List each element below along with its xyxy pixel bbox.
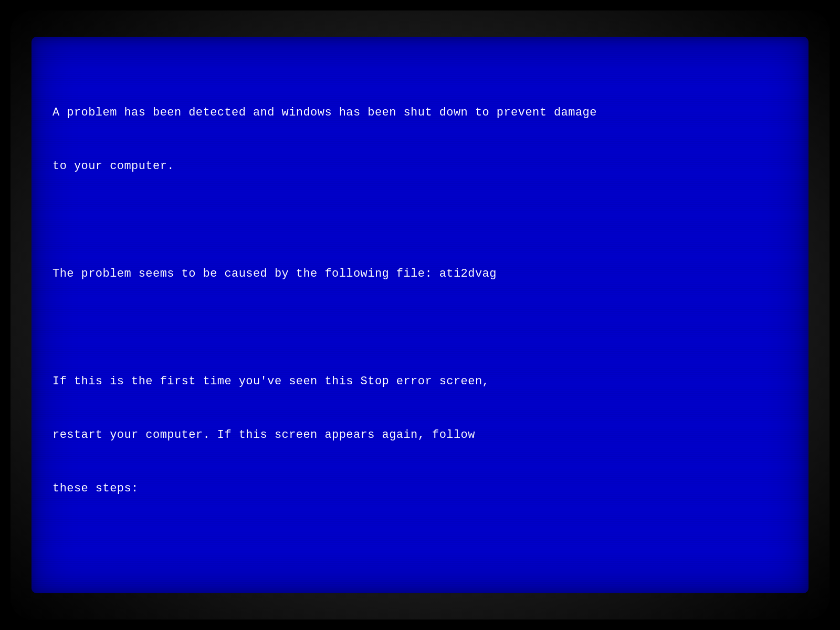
- bsod-line-1: A problem has been detected and windows …: [52, 104, 788, 122]
- bsod-line-2: to your computer.: [52, 158, 788, 175]
- bsod-line-6: these steps:: [52, 480, 788, 498]
- bsod-spacer-1: [52, 212, 788, 229]
- bsod-line-4: If this is the first time you've seen th…: [52, 373, 788, 391]
- bsod-content: A problem has been detected and windows …: [52, 68, 788, 572]
- bsod-spacer-3: [52, 533, 788, 551]
- bsod-line-3: The problem seems to be caused by the fo…: [52, 265, 788, 283]
- bsod-line-5: restart your computer. If this screen ap…: [52, 426, 788, 444]
- bsod-screen: A problem has been detected and windows …: [32, 37, 808, 593]
- bsod-spacer-4: [52, 587, 788, 593]
- bsod-spacer-2: [52, 319, 788, 337]
- monitor: A problem has been detected and windows …: [10, 10, 830, 620]
